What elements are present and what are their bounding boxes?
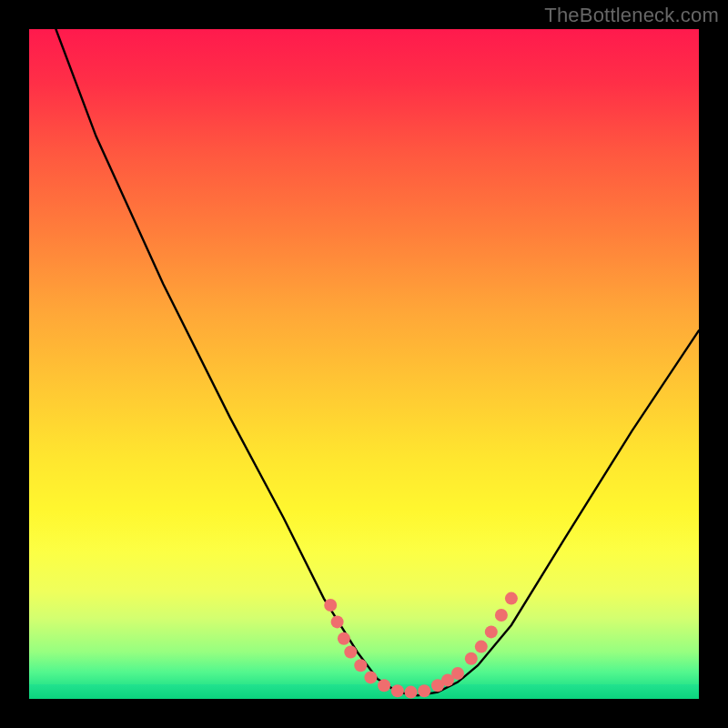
highlight-dot [495, 609, 508, 622]
highlight-dot [475, 641, 488, 653]
highlight-dot [505, 592, 518, 605]
highlight-dot [331, 615, 344, 628]
bottleneck-curve-line [56, 29, 699, 695]
highlight-dot [391, 684, 404, 697]
highlight-dot [451, 667, 464, 680]
highlight-dot [324, 599, 337, 612]
highlight-dot [485, 625, 498, 638]
watermark-label: TheBottleneck.com [544, 4, 719, 27]
highlight-dot [338, 632, 350, 645]
plot-area [29, 29, 699, 699]
highlight-dot [418, 684, 430, 697]
highlight-dot [405, 686, 418, 699]
highlight-dot [344, 646, 357, 659]
chart-frame: TheBottleneck.com [0, 0, 728, 728]
chart-svg [29, 29, 699, 699]
highlight-dot [465, 652, 478, 665]
highlight-dot [354, 659, 367, 672]
highlight-dot [364, 671, 377, 683]
highlight-dot [378, 679, 390, 692]
